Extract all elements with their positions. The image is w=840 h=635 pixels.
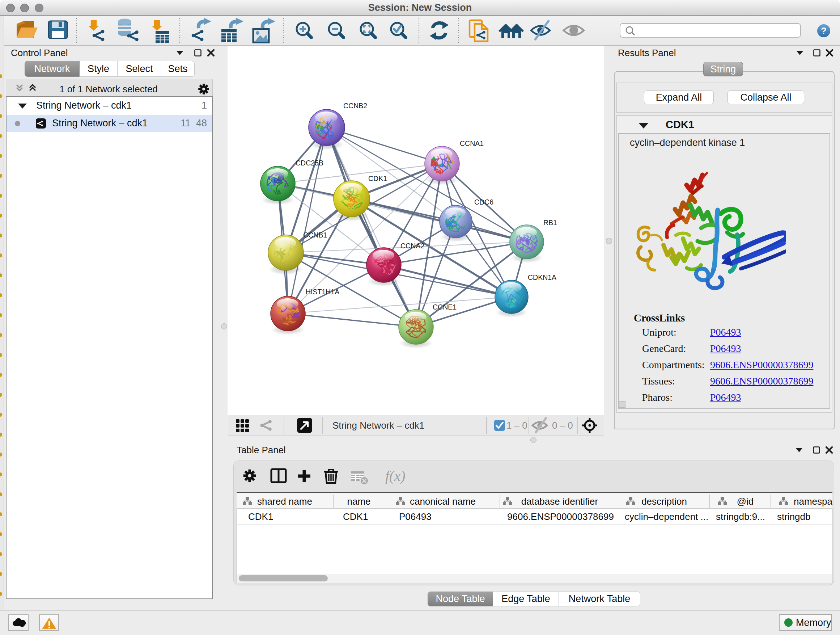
svg-text:name: name [347,496,370,507]
svg-text:0 – 0: 0 – 0 [552,420,573,431]
svg-text:CCNA1: CCNA1 [460,139,484,147]
svg-text:CDC6: CDC6 [474,198,493,206]
svg-text:CDKN1A: CDKN1A [528,273,556,281]
svg-text:CCNE1: CCNE1 [433,303,456,311]
svg-text:canonical name: canonical name [410,496,476,507]
svg-text:CDK1: CDK1 [368,174,387,182]
svg-text:CDC25B: CDC25B [295,159,324,167]
svg-text:String Network – cdk1: String Network – cdk1 [332,420,424,431]
svg-text:RB1: RB1 [543,219,557,226]
svg-text:CCNB2: CCNB2 [343,102,367,110]
svg-text:CCNB1: CCNB1 [303,231,327,239]
svg-text:@id: @id [737,496,754,507]
svg-text:description: description [641,496,687,507]
svg-text:f(x): f(x) [385,468,406,484]
svg-text:CCNA2: CCNA2 [401,242,424,250]
svg-text:shared name: shared name [257,496,312,507]
svg-text:database identifier: database identifier [521,496,598,507]
svg-text:HIST1H1A: HIST1H1A [306,288,339,296]
svg-text:namespac: namespac [794,496,832,507]
svg-text:1 – 0: 1 – 0 [507,420,527,431]
